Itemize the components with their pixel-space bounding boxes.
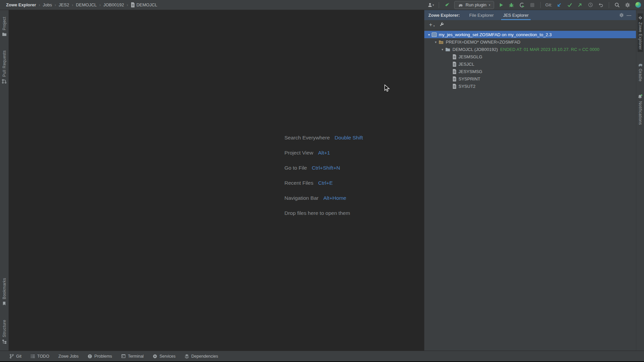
notifications-bell-icon — [638, 94, 643, 99]
status-bar: Git TODO Zowe Jobs Problems Terminal Ser… — [0, 351, 644, 361]
toolbar-divider — [609, 2, 609, 8]
gradle-elephant-icon — [458, 3, 463, 7]
breadcrumb-item-jobs[interactable]: Jobs — [43, 2, 52, 7]
search-everywhere-icon[interactable] — [614, 1, 621, 9]
breadcrumb-separator: › — [99, 3, 101, 7]
gradle-tab-label: Gradle — [638, 69, 643, 81]
spool-file-icon — [131, 2, 135, 7]
tree-row-spool-jesysmsg[interactable]: JESYSMSG — [424, 68, 636, 75]
hint-label: Project View — [284, 150, 313, 156]
run-button[interactable] — [498, 1, 504, 9]
run-configuration-label: Run plugin — [466, 2, 486, 7]
breadcrumb-separator: › — [72, 3, 73, 7]
rollback-icon[interactable] — [597, 1, 604, 9]
debug-button[interactable] — [508, 1, 515, 9]
hint-recent-files: Recent Files Ctrl+E — [284, 180, 363, 186]
drop-files-hint: Drop files here to open them — [284, 210, 363, 216]
hint-shortcut: Double Shift — [335, 135, 363, 140]
git-section-label: Git: — [545, 2, 552, 7]
stop-button[interactable] — [529, 1, 536, 9]
chevron-down-icon[interactable]: ▾ — [440, 48, 445, 51]
statusbar-item-git[interactable]: Git — [9, 354, 21, 359]
sidebar-item-bookmarks[interactable]: Bookmarks — [2, 276, 7, 308]
breadcrumb-separator: › — [127, 3, 128, 7]
sidebar-item-structure[interactable]: Structure — [2, 318, 7, 346]
sidebar-item-notifications[interactable]: Notifications — [638, 92, 643, 127]
tree-row-job-demojcl[interactable]: ▾ DEMOJCL (JOB00192) ENDED AT: 01 MAR 20… — [424, 46, 636, 53]
main-area: Project Pull Requests Bookmarks Structur… — [0, 10, 644, 351]
tool-window-options-gear-icon[interactable] — [618, 11, 625, 19]
breadcrumb-item-jes2[interactable]: JES2 — [59, 2, 69, 7]
hint-label: Recent Files — [284, 180, 313, 186]
hint-shortcut: Ctrl+E — [318, 180, 333, 186]
breadcrumb-separator: › — [39, 3, 40, 7]
tool-window-title: Zowe Explorer: — [428, 13, 460, 18]
edit-wrench-icon[interactable] — [438, 21, 445, 28]
editor-shortcut-hints: Search Everywhere Double Shift Project V… — [284, 135, 363, 225]
terminal-icon — [121, 354, 126, 358]
statusbar-label: Services — [159, 354, 175, 359]
tree-row-working-set[interactable]: ▾ my_jes_working_set ZOSMFAD on my_conne… — [424, 31, 636, 38]
git-commit-button[interactable] — [566, 1, 573, 9]
left-stripe-bottom-group: Bookmarks Structure — [2, 271, 7, 351]
settings-gear-icon[interactable] — [624, 1, 631, 9]
toolbar-actions: ▾ Run plugin ▾ Git: — [427, 1, 644, 9]
git-push-button[interactable] — [577, 1, 583, 9]
statusbar-item-services[interactable]: Services — [153, 354, 175, 359]
prefix-filter-label: PREFIX=DEMO* OWNER=ZOSMFAD — [446, 40, 520, 45]
zowe-explorer-tool-window: Zowe Explorer: File Explorer JES Explore… — [424, 10, 636, 351]
user-account-icon[interactable]: ▾ — [427, 1, 434, 9]
dependencies-layers-icon — [184, 354, 189, 359]
chevron-down-icon: ▾ — [433, 24, 435, 28]
sidebar-item-project[interactable]: Project — [2, 15, 7, 38]
filter-folder-icon — [438, 40, 444, 44]
tree-row-spool-sysprint[interactable]: SYSPRINT — [424, 75, 636, 82]
history-clock-icon[interactable] — [587, 1, 594, 9]
gradient-sphere-icon[interactable] — [635, 1, 641, 9]
folder-icon — [2, 32, 7, 36]
breadcrumb-item-demojcl[interactable]: DEMOJCL — [76, 2, 97, 7]
svg-text:Z: Z — [640, 16, 641, 19]
sidebar-item-pull-requests[interactable]: Pull Requests — [2, 48, 7, 86]
tab-jes-explorer[interactable]: JES Explorer — [501, 10, 531, 20]
minimize-icon[interactable]: — — [625, 11, 633, 19]
tree-row-spool-sysut2[interactable]: SYSUT2 — [424, 82, 636, 90]
spool-file-label: JESJCL — [459, 62, 474, 67]
spool-file-label: SYSUT2 — [459, 84, 476, 89]
statusbar-item-zowe-jobs[interactable]: Zowe Jobs — [58, 354, 78, 359]
statusbar-item-terminal[interactable]: Terminal — [121, 354, 144, 359]
git-update-button[interactable] — [556, 1, 562, 9]
tool-window-header: Zowe Explorer: File Explorer JES Explore… — [424, 10, 636, 20]
build-hammer-icon[interactable] — [444, 1, 450, 9]
hint-shortcut: Alt+1 — [318, 150, 330, 156]
chevron-down-icon[interactable]: ▾ — [426, 33, 432, 37]
tree-row-spool-jesmsglg[interactable]: JESMSGLG — [424, 53, 636, 60]
statusbar-item-problems[interactable]: Problems — [88, 354, 112, 359]
folder-icon — [445, 47, 450, 52]
statusbar-item-dependencies[interactable]: Dependencies — [184, 354, 218, 359]
statusbar-item-todo[interactable]: TODO — [31, 354, 49, 359]
git-branch-icon — [9, 354, 14, 359]
tree-row-prefix-filter[interactable]: ▾ PREFIX=DEMO* OWNER=ZOSMFAD — [424, 38, 636, 46]
right-stripe-top-group: Z Zowe Explorer Gradle Notifications — [638, 10, 643, 132]
breadcrumb-item-zowe-explorer[interactable]: Zowe Explorer — [6, 2, 36, 7]
toolbar-divider — [540, 2, 541, 8]
tab-file-explorer[interactable]: File Explorer — [467, 10, 496, 20]
run-configuration-selector[interactable]: Run plugin ▾ — [454, 1, 494, 9]
project-tab-label: Project — [2, 17, 7, 30]
run-with-coverage-button[interactable] — [519, 1, 525, 9]
statusbar-label: Zowe Jobs — [58, 354, 78, 359]
breadcrumb-item-job00192[interactable]: JOB00192 — [103, 2, 124, 7]
spool-file-label: JESMSGLG — [459, 54, 482, 59]
jes-explorer-tree: ▾ my_jes_working_set ZOSMFAD on my_conne… — [424, 29, 636, 351]
chevron-down-icon[interactable]: ▾ — [433, 40, 438, 44]
breadcrumb-item-demojcl-file[interactable]: DEMOJCL — [137, 2, 157, 7]
sidebar-item-zowe-explorer[interactable]: Z Zowe Explorer — [638, 13, 643, 52]
add-working-set-button[interactable]: +▾ — [428, 22, 434, 27]
tree-row-spool-jesjcl[interactable]: JESJCL — [424, 60, 636, 68]
chevron-down-icon: ▾ — [489, 3, 490, 7]
structure-icon — [2, 339, 7, 344]
hint-shortcut: Ctrl+Shift+N — [312, 165, 340, 171]
sidebar-item-gradle[interactable]: Gradle — [638, 61, 643, 83]
services-icon — [153, 354, 157, 359]
